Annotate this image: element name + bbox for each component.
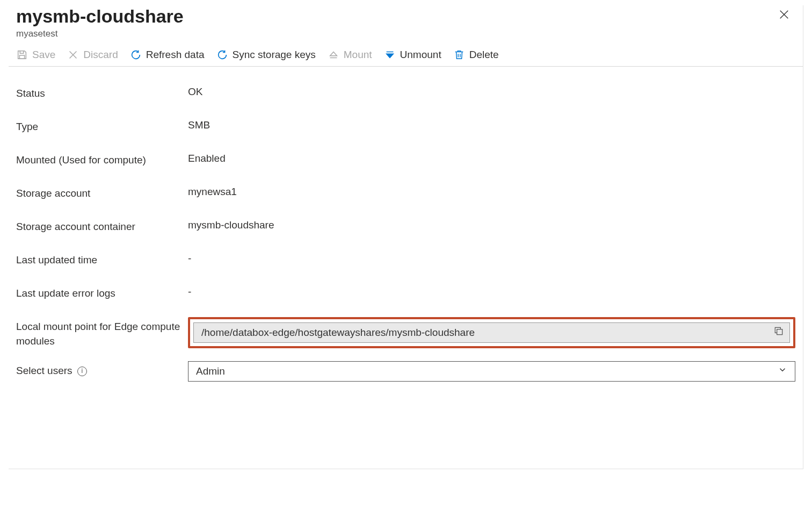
value-mounted: Enabled <box>188 150 795 164</box>
local-mount-copybox: /home/databox-edge/hostgatewayshares/mys… <box>193 322 790 343</box>
refresh-button[interactable]: Refresh data <box>130 49 205 61</box>
save-label: Save <box>32 49 55 61</box>
value-last-updated: - <box>188 250 795 264</box>
close-button[interactable] <box>778 5 795 24</box>
svg-marker-5 <box>330 52 337 55</box>
unmount-label: Unmount <box>400 49 441 61</box>
close-icon <box>778 9 790 20</box>
label-storage-account: Storage account <box>16 184 188 201</box>
toolbar: Save Discard Refresh data <box>9 39 803 67</box>
local-mount-highlight: /home/databox-edge/hostgatewayshares/mys… <box>188 317 795 348</box>
svg-rect-2 <box>19 55 24 59</box>
label-last-error-logs: Last update error logs <box>16 284 188 301</box>
unmount-icon <box>384 49 396 61</box>
delete-icon <box>453 49 465 61</box>
svg-rect-11 <box>777 329 782 335</box>
info-icon[interactable]: i <box>77 367 87 376</box>
mount-label: Mount <box>344 49 372 61</box>
row-status: Status OK <box>16 83 795 116</box>
label-status: Status <box>16 84 188 101</box>
copy-button[interactable] <box>773 326 784 339</box>
label-type: Type <box>16 117 188 134</box>
value-type: SMB <box>188 117 795 131</box>
discard-button: Discard <box>67 49 118 61</box>
row-last-updated: Last updated time - <box>16 249 795 283</box>
share-detail-panel: mysmb-cloudshare myasetest Save <box>9 5 803 469</box>
details-section: Status OK Type SMB Mounted (Used for com… <box>9 83 803 393</box>
mount-button: Mount <box>328 49 372 61</box>
label-mounted: Mounted (Used for compute) <box>16 150 188 168</box>
select-users-dropdown[interactable]: Admin <box>188 361 795 382</box>
delete-label: Delete <box>469 49 499 61</box>
unmount-button[interactable]: Unmount <box>384 49 441 61</box>
row-select-users: Select users i Admin <box>16 360 795 393</box>
chevron-down-icon <box>778 365 787 377</box>
breadcrumb-subtitle: myasetest <box>16 28 184 39</box>
sync-label: Sync storage keys <box>233 49 316 61</box>
select-users-value: Admin <box>196 365 225 377</box>
row-mounted: Mounted (Used for compute) Enabled <box>16 149 795 183</box>
row-last-error-logs: Last update error logs - <box>16 283 795 316</box>
sync-icon <box>216 49 228 61</box>
value-status: OK <box>188 84 795 98</box>
value-last-error-logs: - <box>188 284 795 298</box>
label-select-users-text: Select users <box>16 365 73 376</box>
row-storage-container: Storage account container mysmb-cloudsha… <box>16 216 795 249</box>
label-local-mount: Local mount point for Edge compute modul… <box>16 317 188 349</box>
save-button: Save <box>16 49 55 61</box>
sync-button[interactable]: Sync storage keys <box>216 49 316 61</box>
value-storage-account: mynewsa1 <box>188 184 795 198</box>
header-row: mysmb-cloudshare myasetest <box>9 5 803 39</box>
value-local-mount: /home/databox-edge/hostgatewayshares/mys… <box>201 327 773 339</box>
row-local-mount: Local mount point for Edge compute modul… <box>16 316 795 349</box>
value-storage-container: mysmb-cloudshare <box>188 217 795 231</box>
delete-button[interactable]: Delete <box>453 49 499 61</box>
refresh-icon <box>130 49 142 61</box>
label-last-updated: Last updated time <box>16 250 188 268</box>
label-storage-container: Storage account container <box>16 217 188 234</box>
refresh-label: Refresh data <box>146 49 205 61</box>
mount-icon <box>328 49 339 61</box>
save-icon <box>16 49 28 61</box>
label-select-users: Select users i <box>16 361 188 378</box>
row-storage-account: Storage account mynewsa1 <box>16 183 795 216</box>
svg-marker-8 <box>386 54 393 58</box>
page-title: mysmb-cloudshare <box>16 5 184 27</box>
discard-label: Discard <box>83 49 118 61</box>
discard-icon <box>67 49 79 61</box>
row-type: Type SMB <box>16 116 795 149</box>
title-block: mysmb-cloudshare myasetest <box>16 5 184 39</box>
select-users-wrap: Admin <box>188 361 795 382</box>
